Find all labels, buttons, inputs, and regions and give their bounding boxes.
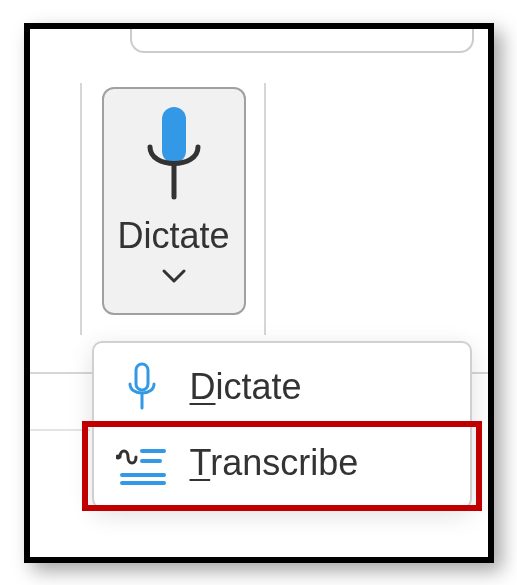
chevron-down-icon xyxy=(160,267,188,289)
svg-rect-0 xyxy=(162,107,186,163)
menu-item-transcribe[interactable]: Transcribe xyxy=(94,425,470,501)
dictate-dropdown-menu: Dictate Transcribe xyxy=(92,341,472,509)
ribbon-divider xyxy=(80,83,82,335)
dictate-button-label: Dictate xyxy=(117,215,229,257)
menu-item-dictate[interactable]: Dictate xyxy=(94,349,470,425)
svg-rect-2 xyxy=(136,364,148,390)
document-edge xyxy=(30,429,90,431)
ribbon-divider xyxy=(264,83,266,335)
dictate-split-button[interactable]: Dictate xyxy=(102,87,246,315)
microphone-icon xyxy=(116,362,168,412)
menu-item-label: Transcribe xyxy=(190,442,359,484)
menu-item-label: Dictate xyxy=(190,366,302,408)
ribbon-top-bar xyxy=(130,29,474,53)
transcribe-icon xyxy=(116,441,168,485)
screenshot-frame: Dictate Dictate xyxy=(24,23,494,563)
ribbon-area: Dictate xyxy=(30,29,488,374)
microphone-icon xyxy=(134,103,214,209)
